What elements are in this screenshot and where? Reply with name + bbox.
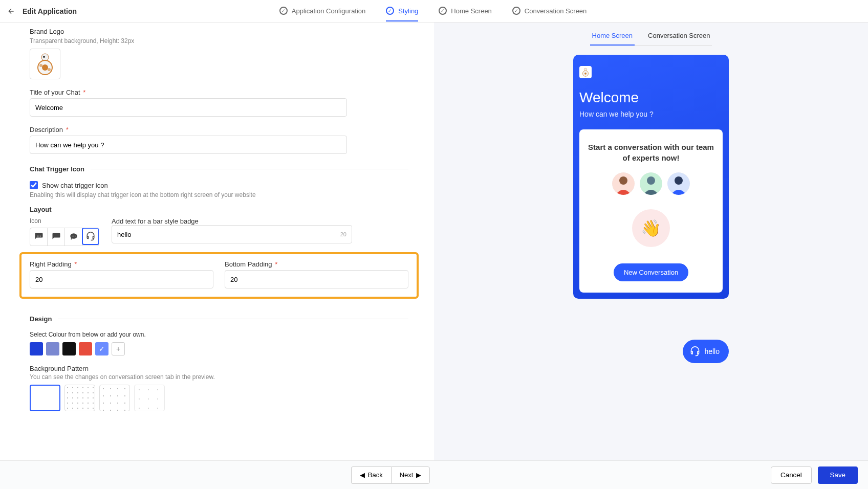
pattern-option-4[interactable] [134,385,165,411]
step-label: Styling [398,7,418,15]
svg-point-5 [48,68,51,71]
pattern-hint: You can see the changes on conversation … [30,373,408,381]
step-home-screen[interactable]: ✓ Home Screen [439,1,491,21]
check-icon: ✓ [279,7,288,15]
pattern-option-3[interactable] [99,385,130,411]
expert-avatar-3 [667,172,690,195]
color-swatch-2[interactable] [46,342,59,355]
triangle-left-icon: ◀ [360,471,365,479]
wave-icon: 👋 [632,209,670,247]
preview-brand-logo [579,66,592,78]
svg-point-14 [619,176,627,185]
preview-card-heading: Start a conversation with our team of ex… [588,142,714,163]
right-padding-label: Right Padding * [30,260,213,268]
trigger-icon-option-3[interactable] [65,228,82,246]
svg-point-3 [42,64,48,71]
next-button[interactable]: Next ▶ [391,466,430,484]
svg-point-18 [675,176,683,185]
add-color-button[interactable]: + [112,342,125,355]
svg-point-8 [73,236,74,237]
color-swatch-5[interactable] [95,342,108,355]
triangle-right-icon: ▶ [416,471,421,479]
step-conversation-screen[interactable]: ✓ Conversation Screen [512,1,587,21]
step-styling[interactable]: ✓ Styling [386,1,418,21]
expert-avatar-1 [612,172,635,195]
back-arrow-icon[interactable] [7,7,15,15]
trigger-text: hello [704,347,720,355]
color-swatch-1[interactable] [30,342,43,355]
page-title: Edit Application [23,7,77,15]
color-swatch-3[interactable] [62,342,76,355]
show-trigger-label: Show chat trigger icon [42,182,108,189]
brand-logo-hint: Transparent background, Height: 32px [30,37,408,45]
right-padding-input[interactable] [30,270,213,288]
svg-point-12 [584,73,587,75]
pattern-option-none[interactable] [30,385,60,411]
form-panel: Brand Logo Transparent background, Heigh… [0,23,434,460]
padding-highlight-block: Right Padding * Bottom Padding * [19,252,419,299]
preview-subtitle: How can we help you ? [579,110,723,118]
divider-line [91,169,408,169]
step-app-config[interactable]: ✓ Application Configuration [279,1,366,21]
bottom-padding-input[interactable] [225,270,408,288]
cancel-button[interactable]: Cancel [771,466,812,484]
check-icon: ✓ [512,7,520,15]
preview-panel: Home Screen Conversation Screen Welcome … [434,23,868,460]
check-icon: ✓ [386,7,394,15]
svg-point-7 [72,236,73,237]
preview-tab-home[interactable]: Home Screen [590,27,635,46]
brand-logo-preview[interactable] [30,49,60,79]
divider-line [58,319,408,319]
new-conversation-button[interactable]: New Conversation [614,263,688,281]
badge-label: Add text for a bar style badge [112,217,199,225]
layout-label: Layout [30,206,408,213]
badge-counter: 20 [340,231,346,237]
svg-point-0 [41,54,49,61]
description-input[interactable] [30,136,347,154]
step-label: Application Configuration [292,7,366,15]
svg-point-16 [647,176,655,185]
preview-tab-conversation[interactable]: Conversation Screen [646,27,712,46]
trigger-icon-option-1[interactable] [30,228,48,246]
step-label: Home Screen [451,7,491,15]
check-icon: ✓ [439,7,447,15]
svg-point-4 [39,64,42,67]
svg-point-9 [75,236,76,237]
trigger-icon-option-4[interactable] [82,228,99,245]
brand-logo-label: Brand Logo [30,28,408,35]
badge-input[interactable] [117,231,340,238]
save-button[interactable]: Save [818,466,858,484]
trigger-pill-preview: hello [683,340,729,363]
svg-point-1 [43,56,45,58]
back-button[interactable]: ◀ Back [351,466,391,484]
trigger-section-title: Chat Trigger Icon [30,165,84,173]
preview-title: Welcome [579,90,723,106]
icon-label: Icon [30,217,99,225]
color-label: Select Colour from below or add your own… [30,331,408,338]
bottom-padding-label: Bottom Padding * [225,260,408,268]
svg-point-10 [584,68,587,71]
design-section-title: Design [30,315,52,323]
pattern-option-2[interactable] [64,385,95,411]
headset-icon [690,346,700,357]
trigger-hint: Enabling this will display chat trigger … [30,191,408,198]
color-swatch-4[interactable] [79,342,92,355]
chat-widget-preview: Welcome How can we help you ? Start a co… [573,55,729,299]
show-trigger-checkbox[interactable] [30,181,38,189]
title-input[interactable] [30,98,347,117]
expert-avatar-2 [640,172,662,195]
pattern-label: Background Pattern [30,365,408,372]
description-label: Description * [30,126,408,134]
trigger-icon-option-2[interactable] [48,228,65,246]
title-label: Title of your Chat * [30,88,408,96]
step-label: Conversation Screen [525,7,587,15]
